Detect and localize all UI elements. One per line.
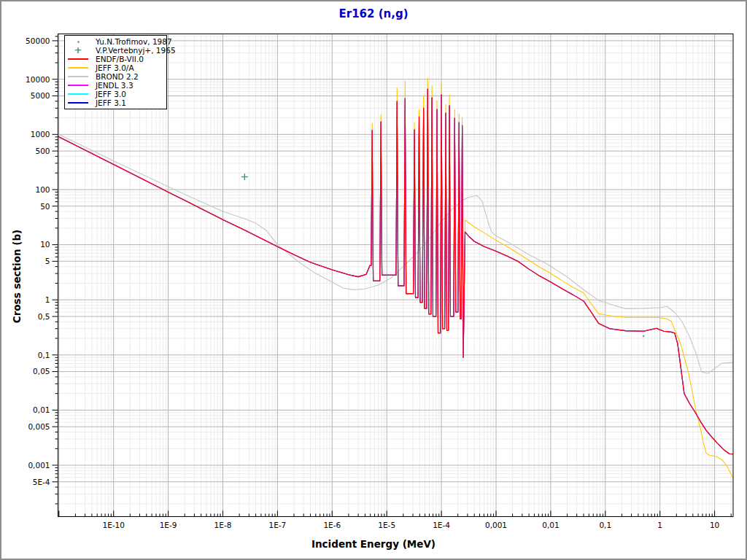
- legend-line-icon: [67, 85, 89, 86]
- legend-item-jeff-3-0[interactable]: JEFF 3.0: [65, 90, 166, 98]
- svg-text:1E-6: 1E-6: [323, 521, 341, 529]
- svg-text:100: 100: [35, 185, 50, 194]
- svg-text:0,05: 0,05: [33, 367, 50, 376]
- legend-label: BROND 2.2: [96, 72, 139, 81]
- svg-text:1E-8: 1E-8: [214, 521, 232, 529]
- x-tick-labels: 1E-101E-91E-81E-71E-61E-51E-40,0010,010,…: [102, 521, 719, 529]
- svg-text:0,01: 0,01: [33, 405, 50, 414]
- svg-text:5000: 5000: [31, 91, 50, 100]
- legend-item-v-p-vertebnyj-1965[interactable]: +V.P.Vertebnyj+, 1965: [65, 46, 166, 55]
- legend-dot-icon: [67, 41, 89, 43]
- svg-text:50: 50: [40, 202, 50, 211]
- legend-line-icon: [67, 93, 89, 95]
- svg-text:1E-10: 1E-10: [102, 521, 124, 529]
- plus-marker[interactable]: [241, 174, 248, 180]
- dot-marker[interactable]: [643, 335, 645, 338]
- svg-text:1E-5: 1E-5: [378, 521, 395, 529]
- svg-text:0,001: 0,001: [28, 461, 50, 470]
- svg-text:10000: 10000: [26, 75, 50, 84]
- svg-text:0,5: 0,5: [38, 312, 50, 321]
- svg-text:0,01: 0,01: [542, 521, 559, 529]
- legend-label: JENDL 3.3: [96, 81, 133, 90]
- x-axis-label: Incident Energy (MeV): [311, 538, 436, 550]
- svg-text:500: 500: [35, 147, 50, 155]
- svg-text:0,005: 0,005: [28, 422, 50, 431]
- svg-text:10: 10: [710, 521, 719, 529]
- svg-text:1000: 1000: [31, 130, 50, 139]
- y-tick-labels: 5000010000500010005001005010510,50,10,05…: [26, 36, 50, 486]
- svg-text:1E-7: 1E-7: [269, 521, 287, 529]
- legend-item-brond-2-2[interactable]: BROND 2.2: [65, 72, 166, 81]
- legend-label: ENDF/B-VII.0: [96, 55, 144, 63]
- svg-text:1E-4: 1E-4: [433, 521, 450, 529]
- svg-text:50000: 50000: [26, 36, 50, 45]
- svg-text:1E-9: 1E-9: [160, 521, 177, 529]
- legend-item-jeff-3-1[interactable]: JEFF 3.1: [65, 98, 166, 107]
- legend-line-icon: [67, 58, 89, 60]
- legend-label: V.P.Vertebnyj+, 1965: [96, 46, 176, 55]
- legend-label: Yu.N.Trofimov, 1987: [96, 37, 172, 46]
- svg-text:1: 1: [657, 521, 662, 529]
- y-axis-label: Cross section (b): [11, 230, 23, 323]
- plot-window: Er162 (n,g) Incident Energy (MeV) Cross …: [0, 0, 747, 560]
- legend: Yu.N.Trofimov, 1987+V.P.Vertebnyj+, 1965…: [64, 35, 167, 109]
- svg-text:0,1: 0,1: [599, 521, 611, 529]
- legend-item-endf-b-vii-0[interactable]: ENDF/B-VII.0: [65, 55, 166, 63]
- svg-text:1: 1: [45, 295, 50, 304]
- svg-text:5E-4: 5E-4: [33, 478, 50, 486]
- legend-line-icon: [67, 67, 89, 69]
- legend-line-icon: [67, 102, 89, 104]
- legend-label: JEFF 3.1: [96, 98, 126, 107]
- svg-text:10: 10: [40, 240, 50, 249]
- svg-text:0,1: 0,1: [38, 351, 50, 359]
- legend-line-icon: [67, 76, 89, 77]
- legend-item-jendl-3-3[interactable]: JENDL 3.3: [65, 81, 166, 90]
- svg-text:0,001: 0,001: [485, 521, 507, 529]
- legend-label: JEFF 3.0/A: [96, 63, 134, 72]
- legend-label: JEFF 3.0: [96, 90, 126, 98]
- svg-text:5: 5: [45, 257, 50, 265]
- legend-item-jeff-3-0-a[interactable]: JEFF 3.0/A: [65, 63, 166, 72]
